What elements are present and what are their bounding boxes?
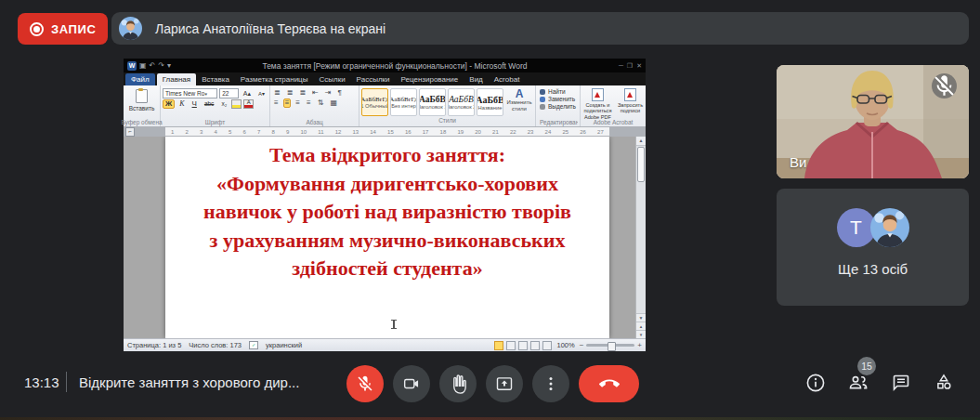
ruler-number: 25 bbox=[562, 129, 568, 135]
underline-button[interactable]: Ч bbox=[189, 99, 200, 109]
more-participants-tile[interactable]: Т Ще 13 осіб bbox=[777, 189, 969, 306]
borders-button[interactable]: ▦ bbox=[328, 98, 339, 108]
page-indicator[interactable]: Страница: 1 из 5 bbox=[127, 341, 181, 349]
present-screen-button[interactable] bbox=[486, 365, 523, 402]
restore-icon[interactable]: ❐ bbox=[627, 62, 633, 70]
self-video-tile[interactable]: Ви bbox=[777, 65, 969, 178]
ribbon-tab-1[interactable]: Файл bbox=[125, 73, 155, 85]
close-icon[interactable]: ✕ bbox=[636, 62, 642, 70]
participants-button[interactable]: 15 bbox=[847, 372, 869, 394]
ruler-number: 15 bbox=[387, 129, 394, 135]
acrobat-button-label: Запросить подписи bbox=[615, 102, 646, 114]
style-card[interactable]: АаБбВНазвание bbox=[477, 88, 503, 116]
zoom-slider-thumb[interactable] bbox=[608, 342, 616, 351]
align-right-button[interactable]: ≡ bbox=[294, 98, 302, 108]
save-icon[interactable]: ▣ bbox=[139, 62, 147, 70]
font-name-select[interactable]: Times New Ro ▾ bbox=[163, 88, 217, 98]
text-highlight-button[interactable] bbox=[231, 99, 242, 109]
ribbon-tab-8[interactable]: Вид bbox=[464, 73, 488, 85]
mic-toggle-button[interactable] bbox=[346, 365, 384, 402]
font-name-value: Times New Ro bbox=[165, 90, 204, 97]
meeting-details-button[interactable] bbox=[804, 372, 827, 394]
vertical-scrollbar[interactable]: ▲ ▼ ▴ ▾ bbox=[635, 137, 646, 338]
redo-icon[interactable]: ↷ bbox=[158, 62, 164, 70]
bullet-list-button[interactable]: ≣ bbox=[272, 88, 282, 98]
word-titlebar: W ▣ ↶ ↷ ▾ Тема заняття [Режим ограниченн… bbox=[124, 59, 646, 72]
strikethrough-button[interactable]: abc bbox=[202, 100, 216, 109]
scrollbar-thumb[interactable] bbox=[637, 147, 645, 182]
window-controls[interactable]: ─ ❐ ✕ bbox=[619, 62, 642, 70]
browse-previous-icon[interactable]: ▴ bbox=[636, 322, 646, 330]
grow-font-button[interactable]: А▴ bbox=[241, 89, 254, 98]
ruler-number: 17 bbox=[423, 129, 429, 135]
tab-selector[interactable]: ⌐ bbox=[125, 127, 135, 137]
ruler-number: 1 bbox=[171, 129, 174, 135]
style-sample: АаБбВ bbox=[449, 95, 474, 104]
editing-item[interactable]: Заменить bbox=[540, 96, 578, 102]
style-name: Название bbox=[478, 105, 503, 111]
ribbon-tab-3[interactable]: Вставка bbox=[196, 73, 235, 85]
editing-label: Заменить bbox=[548, 96, 575, 102]
style-card[interactable]: АаБбВгГд1 Без интер... bbox=[390, 88, 417, 116]
multilevel-list-button[interactable]: ≣ bbox=[297, 88, 307, 98]
chat-button[interactable] bbox=[890, 372, 912, 394]
justify-button[interactable]: ≡ bbox=[305, 98, 313, 108]
editing-item[interactable]: Найти bbox=[540, 88, 578, 95]
more-options-button[interactable] bbox=[532, 365, 569, 402]
numbered-list-button[interactable]: ≣ bbox=[285, 88, 295, 98]
decrease-indent-button[interactable]: ⇤ bbox=[310, 88, 320, 98]
change-styles-button[interactable]: А Изменить стили bbox=[505, 88, 533, 116]
paste-icon[interactable] bbox=[136, 89, 148, 103]
horizontal-ruler[interactable]: ⌐ 12345678910111213141516171819202122232… bbox=[124, 126, 646, 137]
ribbon-tab-7[interactable]: Рецензирование bbox=[396, 73, 464, 85]
paste-label[interactable]: Вставить bbox=[129, 105, 155, 112]
ribbon-tab-9[interactable]: Acrobat bbox=[489, 73, 526, 85]
word-count[interactable]: Число слов: 173 bbox=[189, 341, 242, 349]
presenter-avatar bbox=[119, 17, 142, 40]
ribbon-tab-4[interactable]: Разметка страницы bbox=[235, 73, 314, 85]
raise-hand-button[interactable] bbox=[439, 365, 477, 402]
call-controls bbox=[346, 365, 639, 402]
ruler-number: 22 bbox=[510, 129, 516, 135]
font-size-select[interactable]: 22 bbox=[219, 88, 239, 98]
activities-button[interactable] bbox=[933, 372, 955, 394]
browse-next-icon[interactable]: ▾ bbox=[636, 330, 646, 338]
group-label-editing: Редактирование bbox=[540, 118, 578, 126]
paragraph-marks-button[interactable]: ¶ bbox=[336, 88, 344, 98]
scroll-down-icon[interactable]: ▼ bbox=[636, 313, 646, 322]
end-call-button[interactable] bbox=[579, 365, 639, 402]
scroll-up-icon[interactable]: ▲ bbox=[636, 137, 646, 146]
line-spacing-button[interactable]: ⇅ bbox=[316, 98, 326, 108]
ruler-number: 23 bbox=[528, 129, 534, 135]
style-card[interactable]: АаБбВЗаголовок 2 bbox=[448, 88, 475, 116]
word-logo-icon: W bbox=[127, 61, 137, 71]
ribbon-tab-6[interactable]: Рассылки bbox=[351, 73, 396, 85]
minimize-icon[interactable]: ─ bbox=[619, 62, 623, 70]
tile-mic-muted-badge bbox=[932, 73, 957, 98]
align-center-button[interactable]: ≡ bbox=[283, 98, 292, 108]
document-text-line: навичок у роботі над виразністю творів bbox=[165, 198, 609, 227]
style-name: 1 Без интер... bbox=[390, 103, 417, 109]
style-card[interactable]: АаБбВгГд1 Обычный bbox=[361, 88, 388, 116]
shrink-font-button[interactable]: А▾ bbox=[255, 90, 268, 98]
ruler-number: 14 bbox=[370, 129, 376, 135]
camera-toggle-button[interactable] bbox=[393, 365, 430, 402]
font-color-button[interactable]: А bbox=[243, 99, 254, 109]
ruler-number: 27 bbox=[597, 129, 604, 135]
quick-access-toolbar[interactable]: W ▣ ↶ ↷ ▾ bbox=[127, 61, 171, 71]
bold-button[interactable]: Ж bbox=[163, 99, 175, 109]
undo-icon[interactable]: ↶ bbox=[150, 62, 156, 70]
zoom-slider[interactable] bbox=[586, 344, 634, 347]
increase-indent-button[interactable]: ⇥ bbox=[323, 88, 333, 98]
ribbon-tab-5[interactable]: Ссылки bbox=[313, 73, 350, 85]
align-left-button[interactable]: ≡ bbox=[272, 98, 281, 108]
ribbon-tab-2[interactable]: Главная bbox=[157, 73, 196, 85]
qat-dropdown-icon[interactable]: ▾ bbox=[167, 62, 171, 70]
italic-button[interactable]: К bbox=[176, 99, 187, 109]
editing-item[interactable]: Выделить bbox=[540, 103, 578, 110]
editing-icon bbox=[540, 89, 545, 95]
mic-off-icon bbox=[932, 73, 957, 98]
document-page[interactable]: Тема відкритого заняття:«Формування дири… bbox=[165, 137, 609, 338]
style-card[interactable]: АаБбВЗаголовок 1 bbox=[419, 88, 446, 116]
subscript-button[interactable]: x₂ bbox=[218, 100, 229, 109]
